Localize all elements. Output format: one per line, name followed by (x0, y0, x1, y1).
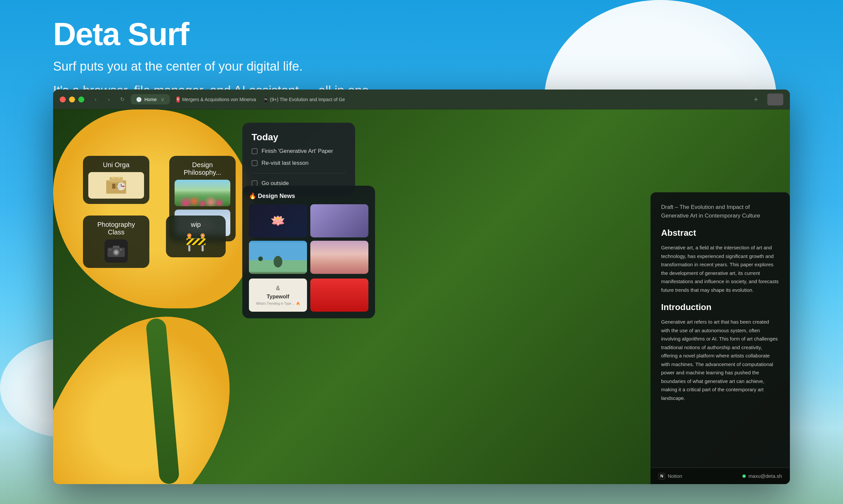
article-introduction-title: Introduction (661, 302, 779, 312)
home-tab-label: Home (144, 97, 157, 102)
home-tab-chevron: ∨ (161, 96, 165, 103)
news-bottom-row: & Typewolf What's Trending in Type ... 🔥 (249, 278, 368, 312)
todo-item-1[interactable]: Finish 'Generative Art' Paper (252, 148, 346, 155)
notion-icon: N (658, 473, 665, 480)
uni-orga-label: Uni Orga (103, 161, 130, 169)
back-button[interactable]: ‹ (91, 95, 100, 104)
photography-camera-icon (105, 239, 128, 263)
tab-home[interactable]: 🕐 Home ∨ (131, 94, 170, 105)
close-button[interactable] (60, 96, 66, 103)
design-news-header: 🔥 Design News (249, 192, 368, 200)
svg-rect-1 (109, 177, 123, 182)
refresh-button[interactable]: ↻ (118, 95, 127, 104)
design-philosophy-label: Design Philosophy... (175, 161, 230, 176)
svg-point-18 (120, 249, 122, 251)
article-abstract-title: Abstract (661, 228, 779, 238)
wip-card[interactable]: wip 🚧 (166, 216, 226, 257)
news-grid: 🪷 (249, 204, 368, 274)
user-email: maxu@deta.sh (749, 473, 782, 479)
tab-mergers[interactable]: M Mergers & Acquisitions von Minerva ... (171, 94, 258, 105)
svg-rect-2 (112, 184, 116, 189)
app-subtitle-line1: Surf puts you at the center of your digi… (53, 57, 372, 76)
app-title: Deta Surf (53, 17, 372, 52)
forward-button[interactable]: › (104, 95, 114, 104)
photography-class-card[interactable]: Photography Class (83, 216, 149, 268)
footer-user: maxu@deta.sh (742, 473, 782, 479)
article-draft-label: Draft – The Evolution and Impact of Gene… (661, 203, 779, 220)
typewolf-caption: What's Trending in Type ... 🔥 (256, 302, 300, 305)
design-news-title: 🔥 Design News (249, 192, 295, 200)
today-title: Today (252, 132, 346, 143)
article-abstract-text: Generative art, a field at the intersect… (661, 244, 779, 294)
svg-rect-4 (112, 176, 114, 178)
mergers-tab-favicon: M (176, 96, 179, 103)
mergers-tab-label: Mergers & Acquisitions von Minerva ... (182, 97, 258, 102)
home-tab-icon: 🕐 (136, 97, 142, 102)
tab-bar: 🕐 Home ∨ M Mergers & Acquisitions von Mi… (131, 94, 747, 105)
lotus-emoji: 🪷 (271, 214, 286, 228)
article-footer: N Notion maxu@deta.sh (651, 468, 790, 484)
uni-orga-card[interactable]: Uni Orga (83, 156, 149, 204)
design-philosophy-image (175, 180, 230, 206)
svg-point-22 (274, 256, 282, 268)
article-panel: Draft – The Evolution and Impact of Gene… (651, 192, 790, 484)
tab-generative[interactable]: N (9+) The Evolution and Impact of Gener… (259, 94, 345, 105)
svg-rect-14 (113, 246, 119, 248)
news-image-lotus[interactable]: 🪷 (249, 204, 307, 237)
uni-orga-image (88, 172, 144, 199)
browser-titlebar: ‹ › ↻ 🕐 Home ∨ M Mergers & Acquisitions … (53, 90, 790, 109)
footer-notion: N Notion (658, 473, 682, 480)
typewolf-ampersand: & (276, 285, 280, 292)
header-section: Deta Surf Surf puts you at the center of… (53, 17, 372, 100)
wip-label: wip (191, 221, 201, 229)
todo-divider (252, 173, 346, 174)
news-red-card[interactable] (310, 278, 368, 312)
maximize-button[interactable] (78, 96, 84, 103)
generative-tab-favicon: N (264, 96, 267, 103)
typewolf-name: Typewolf (266, 294, 289, 300)
news-image-beach[interactable] (249, 241, 307, 274)
minimize-button[interactable] (69, 96, 75, 103)
svg-rect-5 (118, 176, 120, 178)
new-tab-button[interactable]: + (751, 94, 761, 105)
todo-checkbox-2[interactable] (252, 160, 258, 166)
svg-point-23 (258, 256, 263, 261)
design-news-card: 🔥 Design News 🪷 (242, 186, 375, 318)
thumbnail-button[interactable] (767, 93, 783, 105)
svg-rect-19 (109, 249, 111, 251)
notion-label: Notion (668, 473, 682, 479)
todo-text-2: Re-visit last lesson (261, 160, 309, 166)
svg-point-17 (115, 251, 118, 254)
browser-window: ‹ › ↻ 🕐 Home ∨ M Mergers & Acquisitions … (53, 90, 790, 484)
news-image-lavender[interactable] (310, 204, 368, 237)
news-typewolf[interactable]: & Typewolf What's Trending in Type ... 🔥 (249, 278, 307, 312)
today-card: Today Finish 'Generative Art' Paper Re-v… (242, 123, 355, 196)
user-online-indicator (742, 474, 746, 478)
generative-tab-label: (9+) The Evolution and Impact of Generat… (270, 97, 345, 102)
traffic-lights (60, 96, 84, 103)
photography-class-label: Photography Class (88, 221, 144, 236)
todo-item-2[interactable]: Re-visit last lesson (252, 160, 346, 166)
meadow-flowers (175, 190, 230, 206)
todo-checkbox-1[interactable] (252, 148, 258, 154)
article-introduction-text: Generative art refers to art that has be… (661, 318, 779, 402)
news-image-sunset[interactable] (310, 241, 368, 274)
browser-content: Uni Orga Design Philosophy. (53, 109, 790, 484)
todo-text-1: Finish 'Generative Art' Paper (261, 148, 333, 155)
wip-icon: 🚧 (185, 232, 207, 252)
